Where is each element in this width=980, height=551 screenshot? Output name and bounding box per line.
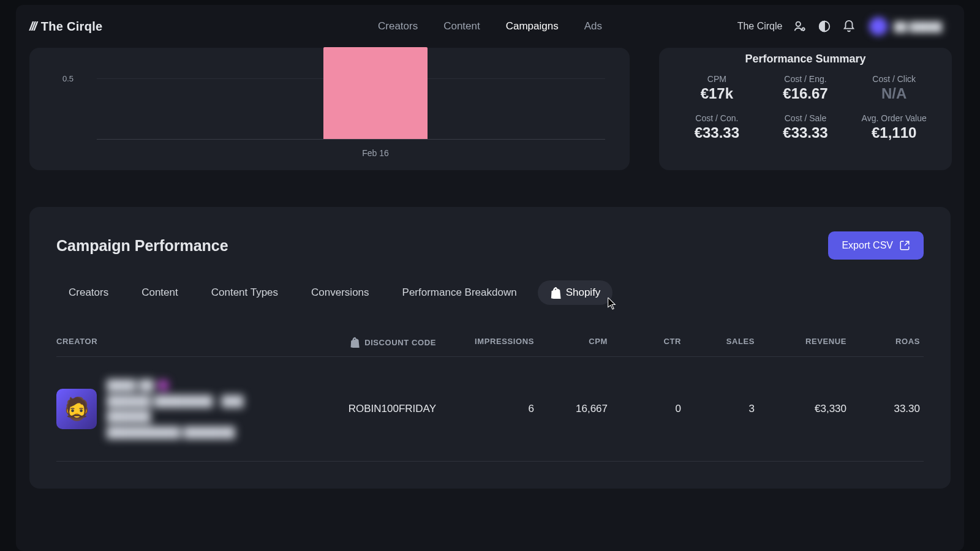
shopify-icon bbox=[550, 287, 561, 299]
shopify-icon bbox=[350, 337, 360, 348]
col-revenue[interactable]: REVENUE bbox=[755, 337, 846, 348]
cell-ctr: 0 bbox=[608, 403, 681, 415]
col-roas[interactable]: ROAS bbox=[846, 337, 920, 348]
theme-toggle-icon[interactable] bbox=[818, 20, 831, 33]
svg-point-0 bbox=[796, 22, 801, 26]
col-sales[interactable]: SALES bbox=[681, 337, 755, 348]
chart-bar[interactable] bbox=[323, 47, 428, 139]
nav-ads[interactable]: Ads bbox=[584, 20, 602, 32]
tab-creators[interactable]: Creators bbox=[56, 280, 121, 305]
cell-discount-code: ROBIN100FRIDAY bbox=[289, 403, 448, 415]
creator-info-blurred: ████ ██ 🟣 ██████ ████████ · ███ ██████ █… bbox=[107, 378, 244, 440]
metric-cpm: CPM €17k bbox=[673, 74, 761, 102]
export-csv-button[interactable]: Export CSV bbox=[828, 231, 924, 260]
summary-title: Performance Summary bbox=[673, 53, 938, 66]
creator-avatar[interactable]: 🧔 bbox=[56, 389, 97, 429]
primary-nav: Creators Content Campaigns Ads bbox=[378, 20, 602, 32]
tab-conversions[interactable]: Conversions bbox=[299, 280, 382, 305]
org-name[interactable]: The Cirqle bbox=[737, 21, 783, 32]
chart-card: 0.5 Feb 16 bbox=[29, 48, 630, 170]
brand-name: The Cirqle bbox=[41, 20, 103, 34]
cell-sales: 3 bbox=[681, 403, 755, 415]
col-ctr[interactable]: CTR bbox=[608, 337, 681, 348]
avatar-icon bbox=[869, 17, 888, 36]
metric-aov: Avg. Order Value €1,110 bbox=[850, 113, 938, 141]
col-impressions[interactable]: IMPRESSIONS bbox=[448, 337, 534, 348]
table-row[interactable]: 🧔 ████ ██ 🟣 ██████ ████████ · ███ ██████… bbox=[56, 357, 924, 462]
logo-mark-icon: /// bbox=[29, 20, 36, 34]
performance-summary-card: Performance Summary CPM €17k Cost / Eng.… bbox=[659, 48, 952, 170]
metric-cost-sale: Cost / Sale €33.33 bbox=[761, 113, 850, 141]
metric-cost-eng: Cost / Eng. €16.67 bbox=[761, 74, 850, 102]
col-cpm[interactable]: CPM bbox=[534, 337, 608, 348]
creator-cell: 🧔 ████ ██ 🟣 ██████ ████████ · ███ ██████… bbox=[56, 378, 289, 440]
cell-cpm: 16,667 bbox=[534, 403, 608, 415]
notifications-icon[interactable] bbox=[842, 20, 856, 33]
user-menu[interactable]: ██ █████ bbox=[867, 15, 951, 38]
cell-impressions: 6 bbox=[448, 403, 534, 415]
user-display-name: ██ █████ bbox=[894, 21, 942, 32]
performance-tabs: Creators Content Content Types Conversio… bbox=[56, 280, 924, 305]
metric-cost-click: Cost / Click N/A bbox=[850, 74, 938, 102]
nav-campaigns[interactable]: Campaigns bbox=[506, 20, 559, 32]
tab-performance-breakdown[interactable]: Performance Breakdown bbox=[390, 280, 529, 305]
table-head: CREATOR DISCOUNT CODE IMPRESSIONS CPM CT… bbox=[56, 328, 924, 357]
tab-content-types[interactable]: Content Types bbox=[199, 280, 290, 305]
campaign-performance-title: Campaign Performance bbox=[56, 237, 228, 255]
export-icon bbox=[899, 240, 910, 251]
col-discount-code[interactable]: DISCOUNT CODE bbox=[289, 337, 448, 348]
chart-xtick: Feb 16 bbox=[362, 148, 389, 158]
cell-revenue: €3,330 bbox=[755, 403, 846, 415]
chart-ytick: 0.5 bbox=[62, 74, 74, 83]
col-creator[interactable]: CREATOR bbox=[56, 337, 289, 348]
metric-cost-con: Cost / Con. €33.33 bbox=[673, 113, 761, 141]
nav-creators[interactable]: Creators bbox=[378, 20, 418, 32]
performance-table: CREATOR DISCOUNT CODE IMPRESSIONS CPM CT… bbox=[56, 328, 924, 462]
brand-logo[interactable]: /// The Cirqle bbox=[29, 20, 102, 34]
user-settings-icon[interactable] bbox=[793, 20, 807, 33]
chart-plot bbox=[97, 48, 605, 140]
cell-roas: 33.30 bbox=[846, 403, 920, 415]
campaign-performance-card: Campaign Performance Export CSV Creators… bbox=[29, 207, 951, 489]
nav-content[interactable]: Content bbox=[443, 20, 480, 32]
tab-shopify[interactable]: Shopify bbox=[538, 280, 613, 305]
tab-content[interactable]: Content bbox=[129, 280, 190, 305]
topbar: /// The Cirqle Creators Content Campaign… bbox=[16, 5, 964, 48]
